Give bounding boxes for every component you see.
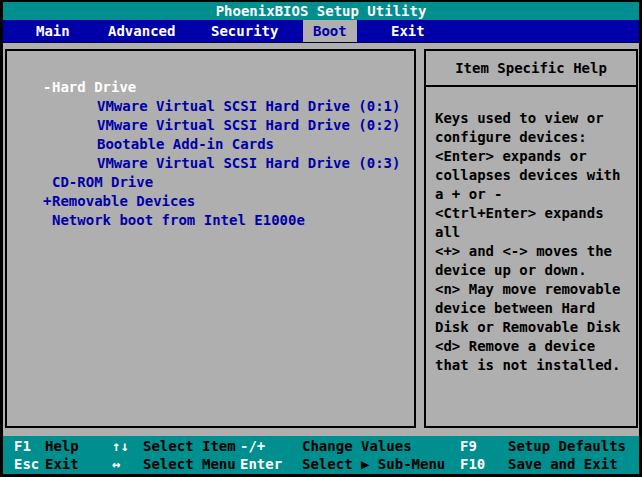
boot-item-removable-devices[interactable]: +Removable Devices [7, 192, 414, 211]
help-text-line: that is not installed. [435, 356, 632, 375]
f10-key: F10 [460, 455, 485, 474]
f1-key: F1 [14, 437, 31, 456]
tab-security[interactable]: Security [201, 20, 288, 42]
help-text-line: device between Hard [435, 299, 632, 318]
boot-item-label: CD-ROM Drive [52, 174, 153, 190]
boot-item-vmware-virtual-scsi-hard-drive-0-2[interactable]: VMware Virtual SCSI Hard Drive (0:2) [7, 116, 414, 135]
tab-advanced[interactable]: Advanced [98, 20, 185, 42]
help-text-line: <Enter> expands or [435, 147, 632, 166]
help-panel-title: Item Specific Help [426, 51, 636, 87]
boot-item-label: Bootable Add-in Cards [97, 136, 274, 152]
boot-item-cd-rom-drive[interactable]: CD-ROM Drive [7, 173, 414, 192]
esc-key: Esc [14, 455, 39, 474]
help-text-line: <+> and <-> moves the [435, 242, 632, 261]
boot-item-network-boot-from-intel-e1000e[interactable]: Network boot from Intel E1000e [7, 211, 414, 230]
help-panel: Item Specific Help Keys used to view orc… [424, 49, 638, 428]
menu-bar: MainAdvancedSecurityBootExit [3, 20, 639, 43]
content-area: -Hard DriveVMware Virtual SCSI Hard Driv… [3, 43, 639, 436]
help-text-line: <n> May move removable [435, 280, 632, 299]
updown-arrows-icon: ↑↓ [112, 437, 129, 456]
help-text-line: all [435, 223, 632, 242]
key-hint-label: Save and Exit [508, 455, 618, 474]
tab-boot[interactable]: Boot [303, 20, 357, 42]
key-hint-label: Change Values [302, 437, 412, 456]
expand-indicator: + [43, 192, 52, 211]
key-hint-row: F1Help↑↓Select Item-/+Change ValuesF9Set… [3, 437, 639, 456]
boot-item-label: Hard Drive [52, 79, 136, 95]
boot-item-vmware-virtual-scsi-hard-drive-0-1[interactable]: VMware Virtual SCSI Hard Drive (0:1) [7, 97, 414, 116]
help-text-line: a + or - [435, 185, 632, 204]
help-text-line: configure devices: [435, 128, 632, 147]
leftright-arrow-icon: ↔ [112, 455, 120, 474]
key-hint-label: Select Item [143, 437, 236, 456]
help-text-line: <d> Remove a device [435, 337, 632, 356]
help-text-line: Disk or Removable Disk [435, 318, 632, 337]
boot-item-hard-drive[interactable]: -Hard Drive [7, 78, 414, 97]
boot-item-label: VMware Virtual SCSI Hard Drive (0:3) [97, 155, 400, 171]
tab-main[interactable]: Main [26, 20, 80, 42]
app-title: PhoenixBIOS Setup Utility [216, 3, 427, 19]
help-panel-body: Keys used to view orconfigure devices:<E… [426, 87, 636, 375]
key-hint-bar: F1Help↑↓Select Item-/+Change ValuesF9Set… [3, 436, 639, 474]
help-text-line: collapses devices with [435, 166, 632, 185]
title-bar: PhoenixBIOS Setup Utility [3, 2, 639, 20]
minus-plus-keys: -/+ [240, 437, 265, 456]
boot-item-label: Removable Devices [52, 193, 195, 209]
boot-order-list: -Hard DriveVMware Virtual SCSI Hard Driv… [7, 51, 414, 230]
help-text-line: device up or down. [435, 261, 632, 280]
help-text-line: <Ctrl+Enter> expands [435, 204, 632, 223]
bios-window: PhoenixBIOS Setup Utility MainAdvancedSe… [0, 0, 642, 477]
key-hint-label: Select Menu [143, 455, 236, 474]
enter-key: Enter [240, 455, 282, 474]
key-hint-label: Select ▶ Sub-Menu [302, 455, 445, 474]
key-hint-row: EscExit↔Select MenuEnterSelect ▶ Sub-Men… [3, 455, 639, 474]
boot-item-label: Network boot from Intel E1000e [52, 212, 305, 228]
help-text-line: Keys used to view or [435, 109, 632, 128]
key-hint-label: Exit [45, 455, 79, 474]
key-hint-label: Setup Defaults [508, 437, 626, 456]
boot-item-bootable-add-in-cards[interactable]: Bootable Add-in Cards [7, 135, 414, 154]
f9-key: F9 [460, 437, 477, 456]
boot-item-vmware-virtual-scsi-hard-drive-0-3[interactable]: VMware Virtual SCSI Hard Drive (0:3) [7, 154, 414, 173]
boot-item-label: VMware Virtual SCSI Hard Drive (0:1) [97, 98, 400, 114]
tab-exit[interactable]: Exit [381, 20, 435, 42]
collapse-indicator: - [43, 78, 52, 97]
boot-order-panel: -Hard DriveVMware Virtual SCSI Hard Driv… [5, 49, 416, 428]
key-hint-label: Help [45, 437, 79, 456]
boot-item-label: VMware Virtual SCSI Hard Drive (0:2) [97, 117, 400, 133]
